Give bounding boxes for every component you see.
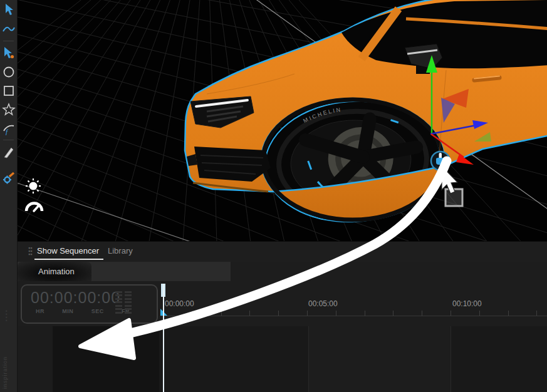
ruler-label-1: 00:05:00 [308,299,338,308]
track-header-column [18,326,53,392]
tab-show-sequencer-label: Show Sequencer [37,246,99,255]
drag-handle-badge[interactable] [431,152,450,170]
toolbar-grip-dots: ▪▪▪▪ [6,309,8,322]
grid-axis-line [11,181,202,241]
car-model[interactable]: MICHELIN [185,0,547,228]
tab-show-sequencer[interactable]: Show Sequencer [37,246,99,255]
viewport-3d[interactable]: MICHELIN [0,0,547,241]
timecode-value[interactable]: 00:00:00:00 [31,289,120,307]
unit-hr: HR [36,308,44,314]
svg-text:f: f [6,128,9,135]
rect-tool-icon[interactable] [0,82,17,99]
panel-grip-icon[interactable]: ▪▪▪▪▪▪ [28,247,32,256]
settings-gear-icon[interactable] [0,169,17,186]
knife-tool-icon[interactable] [0,143,17,160]
pointer-icon[interactable] [0,2,17,19]
car-glass-roof [341,0,547,68]
gauge-icon[interactable] [26,204,42,211]
track-lane[interactable] [159,326,547,392]
tab-animation[interactable]: Animation [18,262,91,281]
ellipse-tool-icon[interactable] [0,63,17,80]
ruler-label-2: 00:10:00 [452,299,482,308]
pen-curve-icon[interactable]: f [0,120,17,137]
left-toolbar: f ▪▪▪▪ Find inspiration [0,0,18,392]
timecode-panel[interactable]: 00:00:00:00 HR MIN SEC FR [21,284,158,324]
sequencer-panel: ▪▪▪▪▪▪ Show Sequencer Library Animation … [0,241,547,392]
curve-icon[interactable] [0,21,17,38]
toolbar-divider [3,41,14,41]
ruler-label-0: 00:00:00 [165,299,194,308]
star-tool-icon[interactable] [0,101,17,118]
ruler-ticks [164,311,547,316]
sequencer-tabbar: ▪▪▪▪▪▪ Show Sequencer Library [0,242,547,262]
sun-icon[interactable] [26,178,41,193]
audio-meter-icon [115,291,132,314]
playhead-line[interactable] [163,284,164,392]
track-lane-segment [308,326,451,392]
active-tab-underline [34,259,103,260]
inspiration-vertical-label[interactable]: Find inspiration [2,356,8,392]
timeline-tracks[interactable] [0,326,547,392]
unit-min: MIN [62,308,73,314]
track-header-column [53,326,159,392]
track-tab-row: Animation [18,262,231,281]
timeline-ruler[interactable]: 00:00:00 00:05:00 00:10:00 [160,282,547,316]
unit-sec: SEC [91,308,104,314]
select-arrow-icon[interactable] [0,44,17,61]
toolbar-divider [3,140,14,140]
app-window: MICHELIN [0,0,547,392]
tab-library[interactable]: Library [108,246,133,255]
